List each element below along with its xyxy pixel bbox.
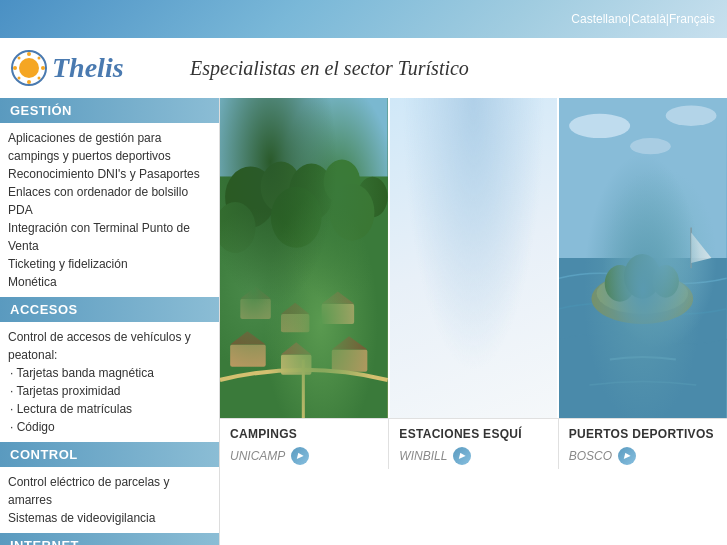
svg-rect-32 (390, 98, 558, 238)
tagline: Especialistas en el sector Turístico (170, 57, 717, 80)
svg-point-18 (271, 187, 322, 248)
category-sub-label-esqui: WINBILL (399, 449, 447, 463)
sidebar-items-gestion: Aplicaciones de gestión para campings y … (0, 123, 219, 297)
sidebar-header-control: CONTROL (0, 442, 219, 467)
svg-rect-22 (281, 314, 309, 332)
svg-marker-35 (451, 126, 558, 238)
sidebar-item-gestion-5[interactable]: Ticketing y fidelización (8, 255, 211, 273)
svg-marker-39 (481, 126, 522, 182)
svg-point-52 (592, 273, 694, 324)
sidebar-subitem-accesos-4[interactable]: · Código (8, 418, 211, 436)
category-sub-esqui[interactable]: WINBILL (399, 447, 547, 465)
content-area: CAMPINGS UNICAMP ESTACIONES ESQUÍ WINBIL… (220, 98, 727, 545)
svg-point-9 (38, 77, 41, 80)
svg-marker-25 (322, 292, 355, 304)
main-layout: GESTIÓN Aplicaciones de gestión para cam… (0, 98, 727, 545)
sidebar-header-gestion: GESTIÓN (0, 98, 219, 123)
svg-marker-31 (332, 336, 368, 349)
logo-text: Thelis (52, 52, 124, 84)
sidebar-item-gestion-6[interactable]: Monética (8, 273, 211, 291)
lang-catala[interactable]: Català (631, 12, 666, 26)
sidebar-subitem-accesos-3[interactable]: · Lectura de matrículas (8, 400, 211, 418)
sidebar-item-accesos-1[interactable]: Control de accesos de vehículos y peaton… (8, 328, 211, 364)
svg-line-44 (473, 349, 485, 369)
category-puertos: PUERTOS DEPORTIVOS BOSCO (559, 419, 727, 469)
svg-rect-30 (332, 349, 368, 371)
svg-point-50 (630, 138, 671, 154)
svg-marker-58 (691, 233, 711, 263)
sidebar-item-control-1[interactable]: Control eléctrico de parcelas y amarres (8, 473, 211, 509)
svg-point-2 (27, 52, 31, 56)
svg-point-41 (468, 314, 478, 324)
logo-sun-icon (10, 49, 48, 87)
svg-rect-20 (240, 299, 270, 319)
sidebar-item-gestion-1[interactable]: Aplicaciones de gestión para campings y … (8, 129, 211, 165)
category-esqui: ESTACIONES ESQUÍ WINBILL (389, 419, 558, 469)
svg-point-4 (13, 66, 17, 70)
svg-rect-28 (281, 355, 311, 375)
svg-marker-23 (281, 303, 309, 314)
camping-image (220, 98, 388, 418)
esqui-arrow-icon[interactable] (453, 447, 471, 465)
svg-point-8 (18, 77, 21, 80)
svg-rect-47 (559, 98, 727, 258)
svg-point-13 (261, 161, 302, 212)
sidebar: GESTIÓN Aplicaciones de gestión para cam… (0, 98, 220, 545)
category-title-campings: CAMPINGS (230, 427, 378, 443)
svg-line-43 (461, 349, 473, 369)
svg-rect-24 (322, 304, 355, 324)
ski-image (390, 98, 558, 418)
category-sub-puertos[interactable]: BOSCO (569, 447, 717, 465)
svg-point-54 (605, 265, 635, 302)
svg-point-49 (666, 106, 717, 126)
category-sub-campings[interactable]: UNICAMP (230, 447, 378, 465)
svg-marker-34 (410, 116, 512, 238)
svg-point-6 (18, 57, 21, 60)
svg-marker-27 (230, 331, 266, 344)
lang-francais[interactable]: Français (669, 12, 715, 26)
svg-point-16 (357, 177, 387, 218)
lang-castellano[interactable]: Castellano (571, 12, 628, 26)
sidebar-items-control: Control eléctrico de parcelas y amarres … (0, 467, 219, 533)
puertos-arrow-icon[interactable] (618, 447, 636, 465)
campings-arrow-icon[interactable] (291, 447, 309, 465)
sidebar-subitem-accesos-1[interactable]: · Tarjetas banda magnética (8, 364, 211, 382)
svg-point-15 (324, 159, 361, 204)
svg-point-3 (27, 80, 31, 84)
category-sub-label-puertos: BOSCO (569, 449, 612, 463)
svg-point-53 (597, 273, 688, 314)
svg-marker-38 (440, 116, 481, 177)
sidebar-item-control-2[interactable]: Sistemas de videovigilancia (8, 509, 211, 527)
svg-rect-51 (559, 258, 727, 418)
svg-point-5 (41, 66, 45, 70)
svg-point-12 (225, 167, 276, 228)
sidebar-subitem-accesos-2[interactable]: · Tarjetas proximidad (8, 382, 211, 400)
sidebar-header-internet: INTERNET (0, 533, 219, 545)
svg-point-14 (289, 163, 334, 220)
category-sub-label-campings: UNICAMP (230, 449, 285, 463)
sea-image (559, 98, 727, 418)
header: Thelis Especialistas en el sector Turíst… (0, 38, 727, 98)
categories-row: CAMPINGS UNICAMP ESTACIONES ESQUÍ WINBIL… (220, 418, 727, 469)
svg-point-56 (653, 265, 679, 298)
svg-marker-33 (390, 136, 471, 238)
logo: Thelis (10, 49, 170, 87)
top-bar: Castellano | Català | Français (0, 0, 727, 38)
svg-line-46 (483, 334, 495, 347)
category-title-puertos: PUERTOS DEPORTIVOS (569, 427, 717, 443)
sidebar-item-gestion-2[interactable]: Reconocimiento DNI's y Pasaportes (8, 165, 211, 183)
svg-line-45 (451, 334, 463, 347)
svg-point-1 (19, 58, 39, 78)
svg-rect-11 (220, 177, 388, 418)
svg-rect-10 (220, 98, 388, 177)
svg-marker-36 (491, 156, 557, 237)
category-campings: CAMPINGS UNICAMP (220, 419, 389, 469)
images-row (220, 98, 727, 418)
sidebar-item-gestion-4[interactable]: Integración con Terminal Punto de Venta (8, 219, 211, 255)
sidebar-item-gestion-3[interactable]: Enlaces con ordenador de bolsillo PDA (8, 183, 211, 219)
svg-marker-29 (281, 342, 311, 354)
svg-point-17 (220, 202, 256, 253)
svg-marker-37 (415, 136, 445, 187)
svg-rect-40 (390, 238, 558, 418)
svg-point-55 (624, 254, 661, 299)
